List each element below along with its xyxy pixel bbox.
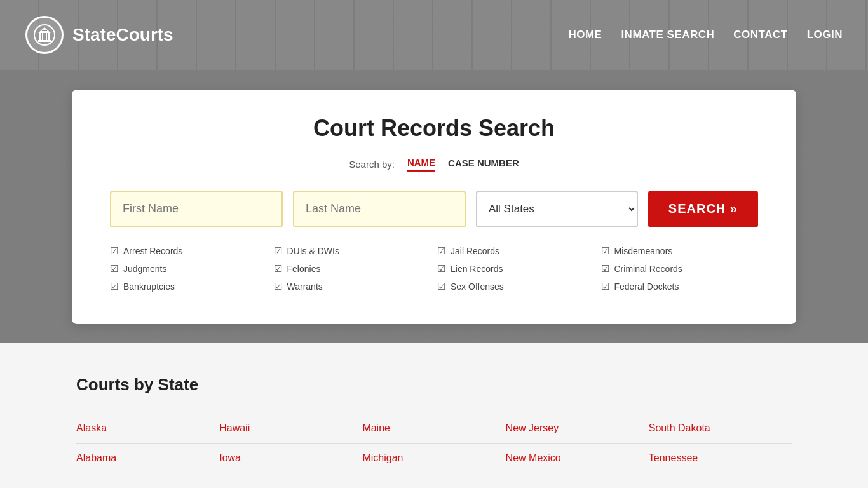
feature-col-4: ☑ Misdemeanors ☑ Criminal Records ☑ Fede… — [601, 245, 759, 292]
search-card: Court Records Search Search by: NAME CAS… — [72, 90, 796, 324]
state-col-1: HawaiiIowa — [219, 414, 362, 473]
state-link[interactable]: Iowa — [219, 444, 362, 473]
svg-rect-7 — [42, 30, 47, 31]
svg-rect-3 — [42, 33, 43, 40]
svg-rect-4 — [46, 33, 47, 40]
logo-text: StateCourts — [72, 25, 173, 45]
feature-grid: ☑ Arrest Records ☑ Judgments ☑ Bankruptc… — [110, 245, 758, 292]
nav-links: HOME INMATE SEARCH CONTACT LOGIN — [568, 29, 843, 41]
feature-misdemeanors: ☑ Misdemeanors — [601, 245, 759, 257]
feature-label: Warrants — [287, 281, 323, 292]
courts-title: Courts by State — [76, 375, 792, 395]
state-link[interactable]: Michigan — [362, 444, 505, 473]
check-icon: ☑ — [601, 281, 609, 292]
state-link[interactable]: New Mexico — [506, 444, 649, 473]
feature-label: Lien Records — [451, 264, 503, 274]
hero-section: COURT HOUSE Court Records Search Search … — [0, 70, 868, 343]
state-link[interactable]: Alabama — [76, 444, 219, 473]
feature-label: Federal Dockets — [614, 281, 679, 292]
check-icon: ☑ — [110, 281, 118, 292]
state-link[interactable]: Tennessee — [649, 444, 792, 473]
check-icon: ☑ — [437, 281, 445, 292]
feature-label: Arrest Records — [123, 246, 182, 256]
search-button[interactable]: SEARCH » — [648, 191, 758, 227]
feature-felonies: ☑ Felonies — [274, 263, 431, 274]
state-select[interactable]: All StatesAlabamaAlaskaArizonaArkansasCa… — [476, 191, 638, 227]
state-col-3: New JerseyNew Mexico — [506, 414, 649, 473]
logo-area[interactable]: StateCourts — [25, 16, 173, 54]
feature-duis: ☑ DUIs & DWIs — [274, 245, 431, 257]
header: StateCourts HOME INMATE SEARCH CONTACT L… — [0, 0, 868, 70]
check-icon: ☑ — [110, 245, 118, 257]
feature-col-1: ☑ Arrest Records ☑ Judgments ☑ Bankruptc… — [110, 245, 268, 292]
feature-warrants: ☑ Warrants — [274, 281, 431, 292]
courthouse-icon — [33, 24, 56, 46]
check-icon: ☑ — [437, 245, 445, 257]
feature-label: DUIs & DWIs — [287, 246, 339, 256]
lower-section: Courts by State AlaskaAlabamaHawaiiIowaM… — [0, 343, 868, 488]
logo-icon — [25, 16, 64, 54]
feature-label: Felonies — [287, 264, 321, 274]
feature-label: Jail Records — [451, 246, 499, 256]
state-col-2: MaineMichigan — [362, 414, 505, 473]
check-icon: ☑ — [601, 263, 609, 274]
state-col-4: South DakotaTennessee — [649, 414, 792, 473]
check-icon: ☑ — [601, 245, 609, 257]
nav-login[interactable]: LOGIN — [807, 29, 843, 41]
feature-label: Sex Offenses — [451, 281, 504, 292]
nav-home[interactable]: HOME — [568, 29, 602, 41]
feature-sex-offenses: ☑ Sex Offenses — [437, 281, 595, 292]
feature-lien-records: ☑ Lien Records — [437, 263, 595, 274]
feature-federal-dockets: ☑ Federal Dockets — [601, 281, 759, 292]
state-grid: AlaskaAlabamaHawaiiIowaMaineMichiganNew … — [76, 414, 792, 473]
check-icon: ☑ — [274, 281, 282, 292]
feature-label: Misdemeanors — [614, 246, 673, 256]
state-col-0: AlaskaAlabama — [76, 414, 219, 473]
svg-rect-5 — [48, 33, 50, 40]
search-by-row: Search by: NAME CASE NUMBER — [110, 157, 758, 172]
tab-name[interactable]: NAME — [407, 157, 435, 172]
feature-judgments: ☑ Judgments — [110, 263, 268, 274]
search-card-title: Court Records Search — [110, 115, 758, 142]
check-icon: ☑ — [110, 263, 118, 274]
tab-case-number[interactable]: CASE NUMBER — [448, 158, 519, 171]
feature-label: Judgments — [123, 264, 166, 274]
feature-jail-records: ☑ Jail Records — [437, 245, 595, 257]
feature-col-2: ☑ DUIs & DWIs ☑ Felonies ☑ Warrants — [274, 245, 431, 292]
search-inputs-row: All StatesAlabamaAlaskaArizonaArkansasCa… — [110, 191, 758, 227]
feature-arrest-records: ☑ Arrest Records — [110, 245, 268, 257]
search-by-label: Search by: — [349, 159, 395, 170]
feature-criminal-records: ☑ Criminal Records — [601, 263, 759, 274]
state-link[interactable]: South Dakota — [649, 414, 792, 444]
last-name-input[interactable] — [293, 191, 466, 227]
feature-label: Criminal Records — [614, 264, 682, 274]
state-link[interactable]: Alaska — [76, 414, 219, 444]
svg-rect-1 — [38, 40, 51, 42]
check-icon: ☑ — [437, 263, 445, 274]
svg-rect-2 — [39, 33, 41, 40]
check-icon: ☑ — [274, 263, 282, 274]
feature-label: Bankruptcies — [123, 281, 175, 292]
first-name-input[interactable] — [110, 191, 283, 227]
state-link[interactable]: New Jersey — [506, 414, 649, 444]
feature-bankruptcies: ☑ Bankruptcies — [110, 281, 268, 292]
nav-contact[interactable]: CONTACT — [733, 29, 787, 41]
check-icon: ☑ — [274, 245, 282, 257]
feature-col-3: ☑ Jail Records ☑ Lien Records ☑ Sex Offe… — [437, 245, 595, 292]
state-link[interactable]: Hawaii — [219, 414, 362, 444]
state-link[interactable]: Maine — [362, 414, 505, 444]
header-content: StateCourts HOME INMATE SEARCH CONTACT L… — [25, 16, 843, 54]
nav-inmate-search[interactable]: INMATE SEARCH — [621, 29, 714, 41]
